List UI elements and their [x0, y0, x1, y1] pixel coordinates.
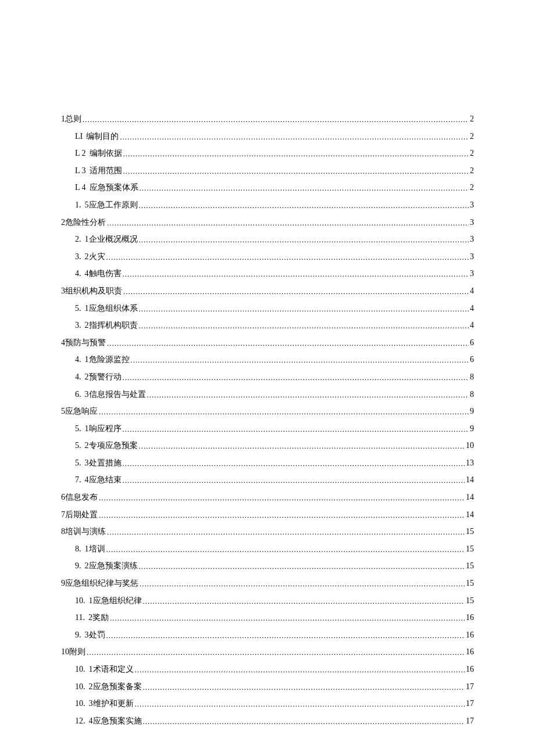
toc-label: L 3适用范围	[75, 165, 122, 177]
toc-number: LI	[75, 132, 83, 141]
toc-number: 5.	[75, 441, 81, 450]
toc-label: 10.2应急预案备案	[75, 681, 142, 693]
toc-leader-dots	[139, 441, 465, 452]
toc-title: 应急组织纪律与奖惩	[65, 579, 138, 587]
toc-entry: 3.2火灾3	[61, 251, 474, 263]
toc-label: 5.1应急组织体系	[75, 303, 138, 314]
toc-text: 8	[61, 527, 65, 536]
toc-label: 5应急响应	[61, 406, 98, 417]
toc-page-number: 14	[466, 492, 474, 503]
toc-entry: 10.2应急预案备案17	[61, 681, 474, 693]
toc-label: 10.1应急组织纪律	[75, 595, 142, 607]
toc-entry: 4.2预警行动8	[61, 371, 474, 383]
toc-leader-dots	[139, 200, 469, 211]
toc-entry: 5.1响应程序9	[61, 423, 474, 435]
toc-title: 2应急预案演练	[85, 561, 138, 570]
toc-entry: 6.3信息报告与处置8	[61, 389, 474, 400]
toc-label: 4.1危险源监控	[75, 354, 130, 366]
toc-leader-dots	[135, 665, 465, 675]
toc-text: 2	[61, 218, 65, 227]
toc-page-number: 4	[470, 303, 474, 314]
toc-page-number: 2	[470, 113, 474, 125]
toc-page-number: 15	[466, 560, 474, 572]
toc-entry: 10.3维护和更新17	[61, 698, 474, 710]
toc-leader-dots	[123, 286, 469, 297]
toc-number: 11.	[75, 613, 85, 622]
toc-label: 6.3信息报告与处置	[75, 389, 146, 400]
table-of-contents: 1总则2LI编制目的2L 2编制依据2L 3适用范围2L 4应急预案体系21.5…	[61, 113, 474, 726]
toc-label: 12.4应急预案实施	[75, 715, 142, 727]
toc-leader-dots	[106, 544, 465, 555]
toc-label: 2.1企业概况概况	[75, 234, 138, 245]
toc-text: 5	[61, 407, 65, 415]
toc-title: 5应急工作原则	[85, 200, 138, 209]
toc-page-number: 6	[470, 354, 474, 366]
toc-page-number: 16	[466, 629, 474, 641]
toc-entry: 5应急响应9	[61, 406, 474, 417]
toc-leader-dots	[140, 579, 465, 589]
toc-entry: 9应急组织纪律与奖惩15	[61, 578, 474, 589]
toc-page-number: 9	[470, 406, 474, 417]
toc-title: 2奖励	[88, 613, 109, 622]
toc-entry: L 3适用范围2	[61, 165, 474, 177]
toc-leader-dots	[123, 372, 469, 383]
toc-entry: L 4应急预案体系2	[61, 182, 474, 194]
toc-label: 4.4触电伤害	[75, 268, 122, 280]
toc-page-number: 15	[466, 526, 474, 538]
toc-leader-dots	[106, 630, 465, 641]
toc-entry: 2危险性分析3	[61, 217, 474, 228]
toc-leader-dots	[139, 235, 469, 245]
toc-page-number: 2	[470, 165, 474, 177]
toc-entry: 7.4应急结束14	[61, 474, 474, 486]
toc-label: 5.1响应程序	[75, 423, 122, 435]
toc-title: 应急响应	[65, 407, 98, 415]
toc-label: 10.3维护和更新	[75, 698, 134, 710]
toc-title: 2应急预案备案	[89, 682, 142, 691]
toc-title: 应急预案体系	[90, 183, 138, 192]
toc-number: 10.	[75, 682, 85, 691]
toc-text: 9	[61, 579, 65, 587]
toc-title: 4应急预案实施	[89, 716, 142, 725]
toc-entry: 5.3处置措施13	[61, 457, 474, 469]
toc-entry: 10.1应急组织纪律15	[61, 595, 474, 607]
toc-page-number: 16	[466, 646, 474, 658]
toc-title: 1应急组织体系	[85, 304, 138, 313]
toc-number: 10.	[75, 665, 85, 673]
toc-entry: L 2编制依据2	[61, 148, 474, 159]
toc-label: 10附则	[61, 646, 85, 658]
toc-label: L 2编制依据	[75, 148, 122, 159]
toc-label: 11.2奖励	[75, 612, 109, 624]
toc-leader-dots	[140, 183, 469, 194]
toc-entry: 8培训与演练15	[61, 526, 474, 538]
toc-entry: 5.2专项应急预案10	[61, 440, 474, 452]
toc-number: L 2	[75, 149, 86, 157]
toc-number: 12.	[75, 716, 85, 725]
toc-label: 1总则	[61, 113, 81, 125]
toc-text: 1	[61, 114, 65, 123]
toc-title: 2预警行动	[85, 372, 122, 381]
toc-entry: 1.5应急工作原则3	[61, 199, 474, 211]
toc-entry: LI编制目的2	[61, 131, 474, 142]
toc-title: 2指挥机构职责	[85, 321, 138, 329]
toc-title: 4应急结束	[85, 475, 122, 484]
toc-leader-dots	[123, 149, 469, 159]
toc-entry: 6信息发布14	[61, 492, 474, 503]
toc-title: 后期处置	[65, 510, 98, 519]
toc-title: 1培训	[85, 544, 105, 553]
toc-page-number: 17	[466, 715, 474, 727]
toc-page-number: 15	[466, 595, 474, 607]
toc-entry: 7后期处置14	[61, 509, 474, 521]
toc-label: 7后期处置	[61, 509, 98, 521]
toc-label: 5.3处置措施	[75, 457, 122, 469]
toc-number: L 4	[75, 183, 86, 192]
toc-leader-dots	[143, 596, 465, 607]
toc-title: 2专项应急预案	[85, 441, 138, 450]
toc-entry: 3.2指挥机构职责4	[61, 320, 474, 331]
toc-number: 3.	[75, 252, 81, 261]
toc-title: 1危险源监控	[85, 355, 130, 364]
toc-label: 8.1培训	[75, 543, 105, 555]
toc-page-number: 14	[466, 509, 474, 521]
toc-title: 1应急组织纪律	[89, 596, 142, 605]
toc-number: 5.	[75, 424, 81, 433]
toc-title: 4触电伤害	[85, 269, 122, 278]
